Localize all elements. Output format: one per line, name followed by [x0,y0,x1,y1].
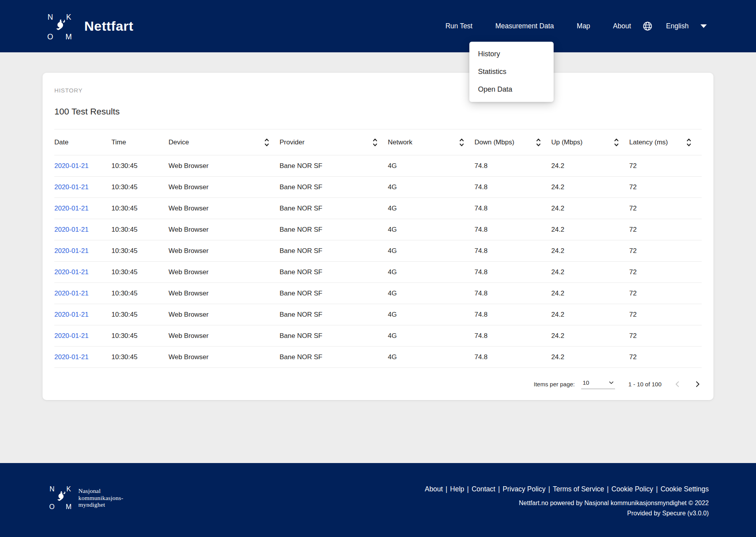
cell-network: 4G [388,262,474,283]
date-link[interactable]: 2020-01-21 [54,247,89,255]
footer-link[interactable]: Terms of Service [553,485,604,493]
main-nav: Run Test Measurement Data Map About Engl… [445,21,707,31]
cell-up: 24.2 [551,198,629,219]
history-table: DateTimeDeviceProviderNetworkDown (Mbps)… [54,129,702,368]
previous-page-button[interactable] [673,380,682,388]
nav-measurement-data[interactable]: Measurement Data [495,22,554,30]
sort-icon[interactable] [459,138,464,147]
column-header-provider[interactable]: Provider [280,129,388,155]
date-link[interactable]: 2020-01-21 [54,183,89,191]
sort-icon[interactable] [264,138,269,147]
language-selector[interactable]: English [666,22,689,30]
cell-latency: 72 [629,240,702,262]
org-name: Nasjonal kommunikasjons- myndighet [78,487,123,508]
date-link[interactable]: 2020-01-21 [54,226,89,233]
column-label: Provider [280,138,304,146]
footer-link[interactable]: Cookie Settings [660,485,709,493]
footer-link[interactable]: Help [450,485,464,493]
cell-device: Web Browser [169,283,280,304]
cell-up: 24.2 [551,283,629,304]
date-link[interactable]: 2020-01-21 [54,205,89,212]
history-table-body: 2020-01-2110:30:45Web BrowserBane NOR SF… [54,155,702,368]
footer-link-separator: | [443,485,450,493]
cell-date: 2020-01-21 [54,177,111,198]
measurement-data-menu: History Statistics Open Data [469,42,554,102]
column-label: Network [388,138,412,146]
paginator: Items per page: 10 1 - 10 of 100 [54,368,702,400]
cell-time: 10:30:45 [111,325,169,347]
column-header-down[interactable]: Down (Mbps) [474,129,551,155]
brand[interactable]: N K O M Nettfart [47,13,133,40]
cell-up: 24.2 [551,304,629,325]
date-link[interactable]: 2020-01-21 [54,290,89,297]
cell-provider: Bane NOR SF [280,177,388,198]
footer-link-separator: | [495,485,503,493]
cell-device: Web Browser [169,240,280,262]
nav-map[interactable]: Map [577,22,590,30]
column-label: Down (Mbps) [474,138,514,146]
svg-text:O: O [49,503,55,510]
menu-item-history[interactable]: History [469,45,554,63]
footer-link[interactable]: About [425,485,443,493]
cell-network: 4G [388,219,474,240]
column-header-network[interactable]: Network [388,129,474,155]
column-label: Device [169,138,189,146]
sort-icon[interactable] [536,138,541,147]
next-page-button[interactable] [693,380,702,388]
footer-link[interactable]: Contact [472,485,495,493]
cell-time: 10:30:45 [111,177,169,198]
cell-provider: Bane NOR SF [280,262,388,283]
date-link[interactable]: 2020-01-21 [54,353,89,361]
footer-link-separator: | [653,485,661,493]
column-header-device[interactable]: Device [169,129,280,155]
footer-right: About|Help|Contact|Privacy Policy|Terms … [425,485,709,537]
cell-network: 4G [388,177,474,198]
sort-icon[interactable] [686,138,691,147]
sort-icon[interactable] [614,138,619,147]
table-row: 2020-01-2110:30:45Web BrowserBane NOR SF… [54,240,702,262]
cell-provider: Bane NOR SF [280,240,388,262]
column-header-date: Date [54,129,111,155]
table-row: 2020-01-2110:30:45Web BrowserBane NOR SF… [54,198,702,219]
column-label: Date [54,138,69,146]
footer-link-separator: | [604,485,611,493]
cell-time: 10:30:45 [111,262,169,283]
caret-down-icon[interactable] [700,24,707,28]
provided-by-text: Provided by Specure (v3.0.0) [425,510,709,517]
cell-date: 2020-01-21 [54,304,111,325]
menu-item-open-data[interactable]: Open Data [469,81,554,98]
globe-icon[interactable] [642,21,653,31]
column-label: Up (Mbps) [551,138,582,146]
cell-up: 24.2 [551,325,629,347]
cell-down: 74.8 [474,304,551,325]
cell-date: 2020-01-21 [54,198,111,219]
svg-text:N: N [50,485,55,493]
nkom-logo-icon: N K O M [49,485,72,510]
cell-down: 74.8 [474,155,551,177]
svg-text:K: K [66,13,71,21]
footer-logo-block: N K O M Nasjonal kommunikasjons- myndigh… [49,485,123,537]
svg-text:O: O [47,32,53,40]
cell-up: 24.2 [551,240,629,262]
history-card: HISTORY 100 Test Results DateTimeDeviceP… [43,73,713,400]
date-link[interactable]: 2020-01-21 [54,311,89,318]
menu-item-statistics[interactable]: Statistics [469,63,554,81]
date-link[interactable]: 2020-01-21 [54,332,89,340]
column-header-up[interactable]: Up (Mbps) [551,129,629,155]
sort-icon[interactable] [372,138,378,147]
cell-latency: 72 [629,155,702,177]
column-header-latency[interactable]: Latency (ms) [629,129,702,155]
cell-time: 10:30:45 [111,219,169,240]
nav-about[interactable]: About [613,22,631,30]
date-link[interactable]: 2020-01-21 [54,162,89,170]
cell-down: 74.8 [474,240,551,262]
nav-run-test[interactable]: Run Test [445,22,472,30]
cell-up: 24.2 [551,155,629,177]
footer-link[interactable]: Privacy Policy [503,485,546,493]
cell-time: 10:30:45 [111,304,169,325]
items-per-page-select[interactable]: 10 [581,379,615,389]
table-row: 2020-01-2110:30:45Web BrowserBane NOR SF… [54,155,702,177]
date-link[interactable]: 2020-01-21 [54,268,89,276]
cell-network: 4G [388,325,474,347]
footer-link[interactable]: Cookie Policy [611,485,653,493]
